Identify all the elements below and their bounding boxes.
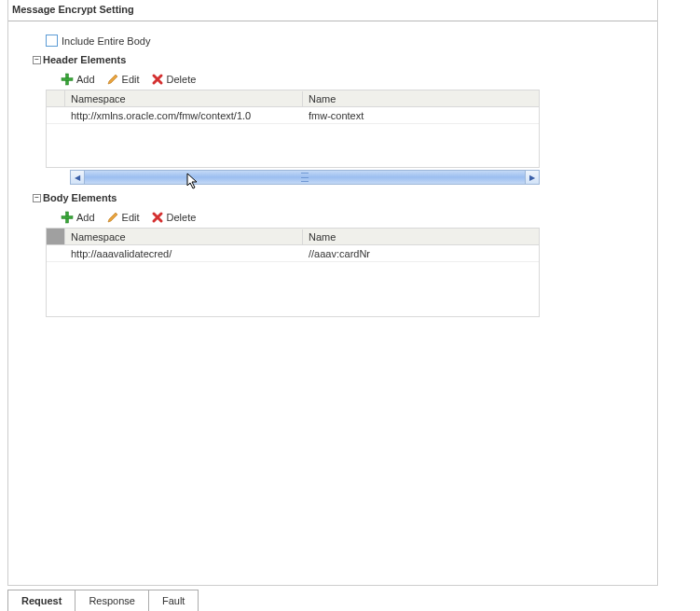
header-scrollbar[interactable]: ◀ ▶ [70, 170, 540, 185]
row-selector[interactable] [47, 107, 65, 123]
header-col-name[interactable]: Name [303, 91, 539, 106]
body-section-title: Body Elements [43, 192, 117, 203]
delete-label: Delete [167, 212, 197, 223]
tab-response[interactable]: Response [75, 590, 149, 611]
pencil-icon [106, 211, 119, 224]
edit-button[interactable]: Edit [106, 211, 140, 224]
bottom-tabs: Request Response Fault [7, 590, 198, 611]
body-select-all[interactable] [47, 229, 65, 244]
svg-rect-3 [62, 216, 73, 219]
plus-icon [61, 73, 74, 86]
include-body-row: Include Entire Body [8, 29, 657, 52]
scroll-left-icon[interactable]: ◀ [70, 170, 85, 185]
body-table: Namespace Name http://aaavalidatecred/ /… [46, 228, 540, 317]
plus-icon [61, 211, 74, 224]
table-row[interactable]: http://aaavalidatecred/ //aaav:cardNr [47, 245, 539, 262]
header-table: Namespace Name http://xmlns.oracle.com/f… [46, 90, 540, 168]
panel-title: Message Encrypt Setting [8, 0, 657, 21]
header-section-title: Header Elements [43, 54, 126, 65]
scroll-grip-icon [301, 173, 309, 182]
pencil-icon [106, 73, 119, 86]
body-col-namespace[interactable]: Namespace [65, 229, 303, 244]
header-elements-section: − Header Elements Add Edit [8, 52, 657, 185]
row-selector[interactable] [47, 245, 65, 261]
delete-label: Delete [167, 74, 197, 85]
scroll-track[interactable] [85, 170, 525, 185]
header-section-toggle[interactable]: − Header Elements [33, 52, 657, 67]
body-table-head: Namespace Name [47, 229, 539, 245]
content: Include Entire Body − Header Elements Ad… [8, 21, 657, 317]
add-label: Add [76, 74, 95, 85]
body-toolbar: Add Edit Delete [33, 207, 657, 228]
settings-panel: Message Encrypt Setting Include Entire B… [7, 0, 658, 586]
svg-rect-1 [62, 78, 73, 81]
header-toolbar: Add Edit Delete [33, 69, 657, 90]
delete-button[interactable]: Delete [151, 211, 197, 224]
cell-name: //aaav:cardNr [303, 246, 539, 261]
add-button[interactable]: Add [61, 73, 95, 86]
tab-request[interactable]: Request [7, 590, 75, 611]
cell-namespace: http://xmlns.oracle.com/fmw/context/1.0 [65, 108, 303, 123]
cell-name: fmw-context [303, 108, 539, 123]
scroll-right-icon[interactable]: ▶ [525, 170, 540, 185]
add-label: Add [76, 212, 95, 223]
tab-fault[interactable]: Fault [148, 590, 199, 611]
body-section-toggle[interactable]: − Body Elements [33, 190, 657, 205]
cell-namespace: http://aaavalidatecred/ [65, 246, 303, 261]
header-table-head: Namespace Name [47, 90, 539, 107]
delete-button[interactable]: Delete [151, 73, 197, 86]
header-table-empty [47, 124, 539, 167]
header-select-all[interactable] [47, 90, 65, 106]
table-row[interactable]: http://xmlns.oracle.com/fmw/context/1.0 … [47, 107, 539, 124]
delete-x-icon [151, 73, 164, 86]
edit-button[interactable]: Edit [106, 73, 140, 86]
delete-x-icon [151, 211, 164, 224]
edit-label: Edit [122, 212, 140, 223]
edit-label: Edit [122, 74, 140, 85]
collapse-icon: − [33, 56, 41, 64]
header-col-namespace[interactable]: Namespace [65, 91, 303, 106]
collapse-icon: − [33, 194, 41, 202]
add-button[interactable]: Add [61, 211, 95, 224]
include-body-label: Include Entire Body [62, 35, 150, 47]
body-elements-section: − Body Elements Add Edit [8, 190, 657, 317]
body-col-name[interactable]: Name [303, 229, 539, 244]
body-table-empty [47, 262, 539, 316]
include-body-checkbox[interactable] [46, 35, 58, 47]
